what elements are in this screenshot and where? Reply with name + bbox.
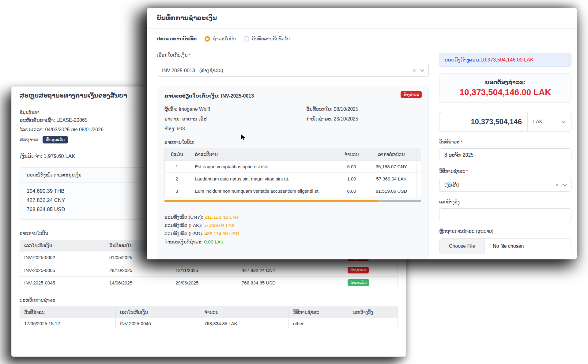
cell-description: Est eaque voluptatibus optio est iste.	[189, 161, 337, 173]
invoice-details-card: ລາຍລະອຽດໃບເກັບເງິນ: INV-2025-0013 ຄ້າງຊຳ…	[157, 87, 429, 259]
total-line-usd: ລວມທັງໝົດ (USD): 489,114.36 USD	[164, 231, 421, 236]
due-date-field: ກຳນົດຊຳລະ: 23/10/2025	[306, 116, 421, 122]
total-line-lak: ລວມທັງໝົດ (LAK): 57,369.04 LAK	[164, 223, 421, 228]
cell-total: 427,832.24 CNY	[237, 264, 343, 276]
cell-invoice-no: INV-2025-0045	[20, 277, 105, 289]
invoice-items-table: ບໍ່ແມ່ນ ຄຳອະທິບາຍ ຈຳນວນ ລາຄາຕໍ່ຫນ່ວຍ 1 E…	[164, 148, 421, 197]
cell-invoice-no: INV-2025-0002	[20, 251, 105, 264]
radio-unselected-icon[interactable]	[244, 36, 249, 42]
table-row: 3 Eum incidunt non numquam veritatis acc…	[165, 185, 421, 197]
payment-method-label-text: ວິທີການຊຳລະ	[439, 169, 465, 174]
table-row: 17/06/2025 15:12 INV-2025-0045 768,834.8…	[20, 318, 398, 329]
cell-status: ຊຳລະແລ້ວ	[343, 277, 398, 289]
horizontal-scrollbar-track[interactable]	[164, 200, 421, 202]
modal-title: ບັນທຶກການຊຳລະເງິນ	[157, 14, 567, 21]
col-header-pay-date: ວັນທີຊຳລະ	[20, 306, 116, 318]
cell-due-date: 12/11/2025	[171, 264, 237, 276]
cell-pay-date: 17/06/2025 15:12	[20, 318, 116, 329]
paid-amount-line: ຈຳນວນເງິນທີ່ຊຳລະ: 0.00 LAK	[164, 239, 421, 245]
horizontal-scrollbar-thumb[interactable]	[164, 200, 378, 202]
currency-value: LAK	[533, 119, 542, 124]
invoice-select[interactable]: INV-2025-0013 - (ຄ້າງຊຳລະ) ×	[157, 64, 429, 77]
radio-option-general-income[interactable]: ບັນທຶກລາຍຮັບທົ່ວໄປ	[244, 36, 290, 42]
chevron-down-icon[interactable]	[420, 68, 424, 72]
col-header-invoice-no: ເລກໃບເກັບເງິນ	[116, 306, 200, 318]
clear-icon[interactable]: ×	[413, 68, 416, 73]
currency-select[interactable]: LAK	[527, 112, 571, 131]
clear-icon[interactable]: ×	[556, 182, 559, 188]
tenant-field: ຜູ້ເຊົ່າ: Imogene Wolff	[164, 106, 306, 112]
payment-date-input[interactable]: 8 ພະຈິກ 2025	[439, 148, 571, 161]
amount-due-label: ຍອດຕ້ອງຊຳລະ:	[485, 79, 526, 86]
chevron-down-icon	[562, 119, 566, 123]
choose-file-button[interactable]: Choose File	[439, 239, 485, 254]
total-label: ລວມທັງໝົດ (LAK):	[164, 223, 202, 228]
cell-issue-date: 28/10/2025	[105, 264, 171, 276]
payment-history-table: ວັນທີຊຳລະ ເລກໃບເກັບເງິນ ຈຳນວນ ວິທີການຊຳລ…	[20, 306, 398, 329]
cell-amount: 768,834.85 LAK	[200, 318, 289, 329]
building-field: ອາຄານ: ອາຄານ ເອັສ	[164, 116, 306, 122]
cell-qty: 6.00	[337, 161, 366, 173]
payment-form-left-column: ປະເພດການບັນທຶກ ຊຳລະໃບບິນ ບັນທຶກລາຍຮັບທົ່…	[157, 35, 429, 259]
cell-method: other	[289, 318, 348, 329]
cell-qty: 6.00	[337, 185, 366, 197]
col-header-qty: ຈຳນວນ	[337, 148, 366, 161]
amount-due-box: ຍອດຕ້ອງຊຳລະ: 10,373,504,146.00 LAK	[439, 73, 571, 103]
table-row: 1 Est eaque voluptatibus optio est iste.…	[165, 161, 421, 173]
col-header-reference: ເລກອ້າງອີງ	[348, 306, 398, 318]
invoice-select-label-text: ເລືອກໃບເກັບເງິນ	[157, 52, 187, 58]
radio-option-label: ຊຳລະໃບບິນ	[213, 36, 236, 42]
cell-unit-price: 81,519.06 USD	[366, 185, 417, 197]
reference-number-label: ເລກອ້າງອີງ	[439, 199, 571, 206]
payment-form-right-column: ຍອດຄົງຄ້າງລວມ:10,373,504,146.00 LAK ຍອດຕ…	[439, 53, 571, 254]
col-header-amount: ຈຳນວນ	[200, 306, 289, 318]
payment-date-label: ວັນທີຊຳລະ*	[439, 139, 571, 146]
issue-date-field: ວັນທີອອກໃບ: 08/10/2025	[306, 106, 421, 112]
total-value: 489,114.36 USD	[205, 231, 239, 236]
reference-number-input[interactable]	[439, 208, 571, 222]
invoice-select-label: ເລືອກໃບເກັບເງິນ*	[157, 52, 429, 59]
payment-proof-file-input[interactable]: Choose File No file chosen	[439, 238, 571, 254]
cell-status: ຄ້າງຊຳລະ	[343, 264, 398, 276]
outstanding-value: 10,373,504,146.00 LAK	[481, 57, 533, 63]
modal-body: ປະເພດການບັນທຶກ ຊຳລະໃບບິນ ບັນທຶກລາຍຮັບທົ່…	[147, 29, 577, 259]
cell-no: 2	[165, 173, 189, 185]
cell-clipped	[417, 185, 421, 197]
modal-header: ບັນທຶກການຊຳລະເງິນ	[147, 8, 577, 29]
col-header-description: ຄຳອະທິບາຍ	[189, 148, 337, 161]
table-row: INV-2025-0045 14/06/2025 29/06/2025 768,…	[20, 277, 398, 289]
cell-invoice-no: INV-2025-0005	[20, 264, 105, 276]
room-field: ຫ້ອງ: 603	[164, 126, 306, 132]
col-header-method: ວິທີການຊຳລະ	[289, 306, 348, 318]
radio-option-label: ບັນທຶກລາຍຮັບທົ່ວໄປ	[252, 36, 290, 42]
status-badge: ຊຳລະແລ້ວ	[348, 279, 369, 286]
cell-reference: -	[348, 318, 398, 329]
page-canvas: ສະຫຼຸບສະຖານະທາງການເງິນຂອງສັນຍາ ຂໍ້ມູນສັນ…	[0, 0, 588, 364]
payment-amount-group: 10,373,504,146 LAK	[439, 112, 571, 132]
cell-description: Eum incidunt non numquam veritatis accus…	[189, 185, 337, 197]
chevron-down-icon[interactable]	[563, 182, 567, 186]
payment-method-value: ເງິນສົດ	[444, 182, 556, 188]
items-header-row: ບໍ່ແມ່ນ ຄຳອະທິບາຍ ຈຳນວນ ລາຄາຕໍ່ຫນ່ວຍ	[165, 148, 421, 161]
radio-option-pay-invoice[interactable]: ຊຳລະໃບບິນ	[205, 36, 236, 42]
invoice-totals: ລວມທັງໝົດ (CNY): 211,128.42 CNY ລວມທັງໝົ…	[164, 214, 421, 245]
paid-value: 0.00 LAK	[204, 239, 224, 244]
payment-method-select[interactable]: ເງິນສົດ ×	[439, 178, 571, 192]
status-badge: ສິ້ນສຸດແລ້ວ	[43, 136, 68, 143]
record-type-radio-group: ປະເພດການບັນທຶກ ຊຳລະໃບບິນ ບັນທຶກລາຍຮັບທົ່…	[157, 35, 429, 43]
outstanding-total-box: ຍອດຄົງຄ້າງລວມ:10,373,504,146.00 LAK	[439, 53, 571, 67]
cell-total: 768,834.85 USD	[237, 277, 343, 289]
radio-selected-icon[interactable]	[205, 36, 210, 42]
payment-amount-input[interactable]: 10,373,504,146	[439, 112, 527, 131]
total-label: ລວມທັງໝົດ (USD):	[164, 231, 203, 236]
status-label: ສະຖານະ:	[20, 137, 40, 143]
history-table-header-row: ວັນທີຊຳລະ ເລກໃບເກັບເງິນ ຈຳນວນ ວິທີການຊຳລ…	[20, 306, 398, 318]
total-label: ລວມທັງໝົດ (CNY):	[164, 214, 203, 220]
payment-method-label: ວິທີການຊຳລະ*	[439, 169, 571, 175]
cell-due-date: 29/06/2025	[171, 277, 237, 289]
invoice-details-fields: ຜູ້ເຊົ່າ: Imogene Wolff ວັນທີອອກໃບ: 08/1…	[164, 106, 421, 132]
total-value: 57,369.04 LAK	[203, 223, 235, 228]
cell-no: 3	[165, 185, 189, 197]
required-mark: *	[466, 169, 468, 174]
col-header-unit-price: ລາຄາຕໍ່ຫນ່ວຍ	[366, 148, 417, 161]
